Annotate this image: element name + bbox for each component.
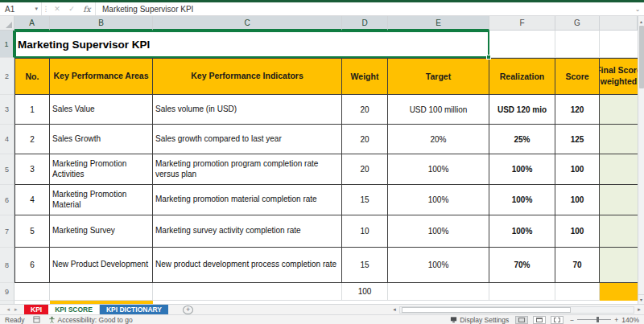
cell-final-2[interactable]: [600, 125, 638, 154]
cell-realization-6[interactable]: 70%: [489, 248, 555, 283]
row-header-5[interactable]: 5: [0, 154, 14, 185]
cell-final-3[interactable]: [600, 154, 638, 185]
cell-target-6[interactable]: 100%: [388, 248, 489, 283]
cell-weight-6[interactable]: 15: [342, 248, 388, 283]
next-sheet-icon[interactable]: ▸: [14, 306, 18, 313]
cell-g9[interactable]: [555, 283, 600, 301]
vertical-scrollbar[interactable]: ▴ ▾: [638, 16, 644, 304]
cell-rest-10[interactable]: [153, 301, 644, 304]
cell-no-1[interactable]: 1: [14, 95, 50, 125]
cell-final-6[interactable]: [600, 248, 638, 283]
row-header-6[interactable]: 6: [0, 185, 14, 215]
insert-function-icon[interactable]: fx: [79, 5, 95, 14]
zoom-level[interactable]: 140%: [621, 316, 639, 324]
display-settings-button[interactable]: Display Settings: [450, 316, 509, 324]
column-header-b[interactable]: B: [50, 16, 153, 31]
cell-a10[interactable]: [14, 301, 50, 304]
cell-target-3[interactable]: 100%: [388, 154, 489, 185]
page-break-view-button[interactable]: [551, 316, 564, 324]
cell-final-total[interactable]: [600, 283, 638, 301]
cell-target-1[interactable]: USD 100 million: [388, 95, 489, 125]
cell-c9[interactable]: [153, 283, 342, 301]
cell-realization-2[interactable]: 25%: [489, 125, 555, 154]
column-header-h[interactable]: [600, 16, 638, 31]
cell-area-4[interactable]: Marketing Promotion Material: [50, 185, 153, 215]
cell-indicator-6[interactable]: New product development process completi…: [153, 248, 342, 283]
row-header-3[interactable]: 3: [0, 95, 14, 125]
horizontal-scrollbar[interactable]: ◂ ▸: [390, 305, 644, 314]
header-target[interactable]: Target: [388, 58, 489, 95]
cell-area-5[interactable]: Marketing Survey: [50, 215, 153, 248]
horizontal-scrollbar-track[interactable]: [399, 306, 634, 314]
cell-f9[interactable]: [489, 283, 555, 301]
cell-score-2[interactable]: 125: [555, 125, 600, 154]
column-header-a[interactable]: A: [14, 16, 50, 31]
cancel-icon[interactable]: ✕: [50, 5, 64, 13]
cell-target-4[interactable]: 100%: [388, 185, 489, 215]
zoom-in-icon[interactable]: +: [614, 316, 618, 324]
page-layout-view-button[interactable]: [533, 316, 546, 324]
column-header-d[interactable]: D: [342, 16, 388, 31]
cell-indicator-1[interactable]: Sales volume (in USD): [153, 95, 342, 125]
cell-no-6[interactable]: 6: [14, 248, 50, 283]
cell-no-4[interactable]: 4: [14, 185, 50, 215]
column-header-e[interactable]: E: [388, 16, 489, 31]
cell-realization-5[interactable]: 100%: [489, 215, 555, 248]
macro-record-icon[interactable]: [33, 316, 40, 323]
cell-indicator-2[interactable]: Sales growth compared to last year: [153, 125, 342, 154]
sheet-tab-kpi-score[interactable]: KPI SCORE: [48, 305, 100, 314]
row-header-2[interactable]: 2: [0, 58, 14, 95]
cell-target-2[interactable]: 20%: [388, 125, 489, 154]
row-header-1[interactable]: 1: [0, 31, 14, 58]
formula-input[interactable]: Marketing Supervisor KPI: [95, 2, 631, 15]
scroll-left-icon[interactable]: ◂: [390, 306, 399, 313]
cell-indicator-5[interactable]: Marketing survey activity completion rat…: [153, 215, 342, 248]
header-final-score[interactable]: Final Score weighted: [600, 58, 638, 95]
zoom-slider-thumb[interactable]: [597, 317, 599, 322]
header-weight[interactable]: Weight: [342, 58, 388, 95]
fill-handle[interactable]: [486, 55, 491, 59]
cell-area-3[interactable]: Marketing Promotion Activities: [50, 154, 153, 185]
expand-formula-bar-icon[interactable]: ⌄: [631, 6, 644, 13]
cell-score-3[interactable]: 100: [555, 154, 600, 185]
cell-f1[interactable]: [489, 31, 555, 58]
header-realization[interactable]: Realization: [489, 58, 555, 95]
cell-target-5[interactable]: 100%: [388, 215, 489, 248]
cell-weight-5[interactable]: 10: [342, 215, 388, 248]
cell-area-1[interactable]: Sales Value: [50, 95, 153, 125]
select-all-button[interactable]: [0, 16, 14, 31]
column-header-f[interactable]: F: [489, 16, 555, 31]
scroll-up-icon[interactable]: ▴: [638, 16, 644, 26]
cell-b9[interactable]: [50, 283, 153, 301]
enter-icon[interactable]: ✓: [64, 5, 79, 13]
cell-total-weight[interactable]: 100: [342, 283, 388, 301]
cell-score-5[interactable]: 100: [555, 215, 600, 248]
cell-realization-1[interactable]: USD 120 mio: [489, 95, 555, 125]
cell-e9[interactable]: [388, 283, 489, 301]
row-header-7[interactable]: 7: [0, 215, 14, 248]
cell-area-6[interactable]: New Product Development: [50, 248, 153, 283]
header-indicators[interactable]: Key Performance Indicators: [153, 58, 342, 95]
name-box-dropdown-icon[interactable]: ▾: [35, 6, 38, 12]
cell-area-2[interactable]: Sales Growth: [50, 125, 153, 154]
cell-no-5[interactable]: 5: [14, 215, 50, 248]
cell-score-4[interactable]: 100: [555, 185, 600, 215]
cell-weight-3[interactable]: 20: [342, 154, 388, 185]
cell-a9[interactable]: [14, 283, 50, 301]
cell-score-1[interactable]: 120: [555, 95, 600, 125]
new-sheet-icon[interactable]: +: [183, 306, 193, 314]
cell-no-2[interactable]: 2: [14, 125, 50, 154]
row-header-10[interactable]: [0, 301, 14, 304]
cell-final-4[interactable]: [600, 185, 638, 215]
header-areas[interactable]: Key Performance Areas: [50, 58, 153, 95]
cell-b10[interactable]: [50, 301, 153, 304]
header-score[interactable]: Score: [555, 58, 600, 95]
column-header-g[interactable]: G: [555, 16, 600, 31]
cell-weight-4[interactable]: 15: [342, 185, 388, 215]
row-header-9[interactable]: 9: [0, 283, 14, 301]
zoom-slider[interactable]: [577, 319, 611, 320]
vertical-scrollbar-thumb[interactable]: [639, 26, 644, 88]
cell-realization-3[interactable]: 100%: [489, 154, 555, 185]
cell-g1[interactable]: [555, 31, 600, 58]
cell-final-5[interactable]: [600, 215, 638, 248]
